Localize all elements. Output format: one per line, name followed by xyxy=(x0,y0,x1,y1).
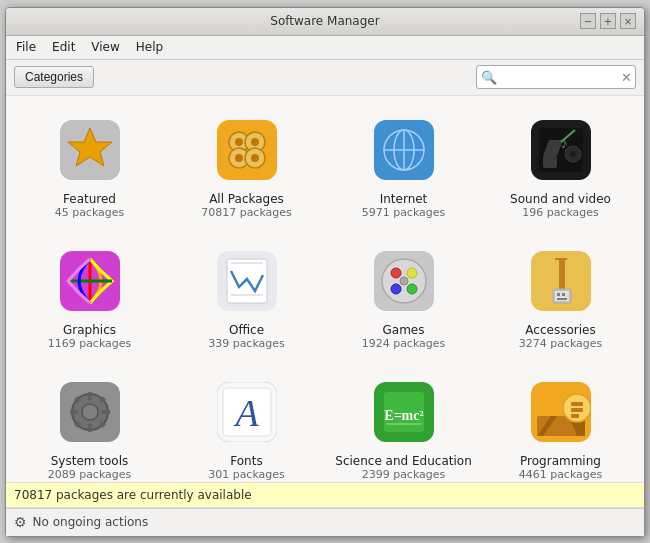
category-name-graphics: Graphics xyxy=(63,323,116,337)
search-icon: 🔍 xyxy=(481,70,497,85)
category-name-system-tools: System tools xyxy=(51,454,129,468)
category-icon-fonts: A xyxy=(211,376,283,448)
category-item-featured[interactable]: Featured45 packages xyxy=(16,106,163,227)
category-name-all-packages: All Packages xyxy=(209,192,284,206)
svg-point-7 xyxy=(235,138,243,146)
svg-point-36 xyxy=(400,277,408,285)
svg-rect-44 xyxy=(557,298,567,300)
category-icon-internet xyxy=(368,114,440,186)
minimize-button[interactable]: − xyxy=(580,13,596,29)
category-item-programming[interactable]: Programming4461 packages xyxy=(487,368,634,482)
svg-point-21 xyxy=(570,151,576,157)
svg-rect-41 xyxy=(557,293,560,296)
category-item-system-tools[interactable]: System tools2089 packages xyxy=(16,368,163,482)
svg-point-10 xyxy=(251,154,259,162)
content-area: Featured45 packages All Packages70817 pa… xyxy=(6,96,644,482)
category-count-system-tools: 2089 packages xyxy=(48,468,132,481)
menu-item-edit[interactable]: Edit xyxy=(46,38,81,56)
category-icon-science: E=mc² xyxy=(368,376,440,448)
category-item-games[interactable]: Games1924 packages xyxy=(330,237,477,358)
category-item-fonts[interactable]: A Fonts301 packages xyxy=(173,368,320,482)
svg-point-33 xyxy=(407,268,417,278)
category-name-office: Office xyxy=(229,323,264,337)
bottom-bar: ⚙ No ongoing actions xyxy=(6,508,644,536)
category-count-sound-video: 196 packages xyxy=(522,206,599,219)
category-item-graphics[interactable]: Graphics1169 packages xyxy=(16,237,163,358)
categories-button[interactable]: Categories xyxy=(14,66,94,88)
category-item-accessories[interactable]: Accessories3274 packages xyxy=(487,237,634,358)
categories-grid: Featured45 packages All Packages70817 pa… xyxy=(16,106,634,482)
svg-rect-70 xyxy=(571,408,583,412)
category-name-accessories: Accessories xyxy=(525,323,595,337)
svg-rect-49 xyxy=(88,392,92,400)
category-icon-games xyxy=(368,245,440,317)
svg-rect-51 xyxy=(70,410,78,414)
svg-point-34 xyxy=(391,284,401,294)
category-name-programming: Programming xyxy=(520,454,601,468)
category-item-science[interactable]: E=mc² Science and Education2399 packages xyxy=(330,368,477,482)
search-input[interactable] xyxy=(501,70,621,84)
search-box: 🔍 ✕ xyxy=(476,65,636,89)
category-count-accessories: 3274 packages xyxy=(519,337,603,350)
menubar: FileEditViewHelp xyxy=(6,36,644,60)
category-count-featured: 45 packages xyxy=(55,206,125,219)
category-count-internet: 5971 packages xyxy=(362,206,446,219)
svg-text:♪: ♪ xyxy=(561,136,568,151)
svg-point-32 xyxy=(391,268,401,278)
category-item-all-packages[interactable]: All Packages70817 packages xyxy=(173,106,320,227)
category-item-office[interactable]: Office339 packages xyxy=(173,237,320,358)
titlebar: Software Manager − + × xyxy=(6,8,644,36)
category-item-internet[interactable]: Internet5971 packages xyxy=(330,106,477,227)
category-icon-system-tools xyxy=(54,376,126,448)
svg-text:E=mc²: E=mc² xyxy=(384,408,423,423)
svg-point-48 xyxy=(82,404,98,420)
category-icon-featured xyxy=(54,114,126,186)
gear-icon: ⚙ xyxy=(14,514,27,530)
category-name-fonts: Fonts xyxy=(230,454,262,468)
category-count-office: 339 packages xyxy=(208,337,285,350)
svg-rect-38 xyxy=(559,259,565,293)
category-count-all-packages: 70817 packages xyxy=(201,206,292,219)
category-name-sound-video: Sound and video xyxy=(510,192,611,206)
maximize-button[interactable]: + xyxy=(600,13,616,29)
svg-rect-52 xyxy=(102,410,110,414)
category-name-internet: Internet xyxy=(380,192,428,206)
svg-point-35 xyxy=(407,284,417,294)
status-bar: 70817 packages are currently available xyxy=(6,482,644,508)
svg-rect-71 xyxy=(571,414,579,418)
svg-rect-2 xyxy=(217,120,277,180)
svg-rect-69 xyxy=(571,402,583,406)
status-message: 70817 packages are currently available xyxy=(14,488,252,502)
main-window: Software Manager − + × FileEditViewHelp … xyxy=(5,7,645,537)
category-count-science: 2399 packages xyxy=(362,468,446,481)
menu-item-help[interactable]: Help xyxy=(130,38,169,56)
svg-rect-50 xyxy=(88,424,92,432)
category-icon-sound-video: ♪ xyxy=(525,114,597,186)
svg-rect-18 xyxy=(543,156,557,168)
menu-item-file[interactable]: File xyxy=(10,38,42,56)
svg-text:A: A xyxy=(232,392,259,434)
category-icon-office xyxy=(211,245,283,317)
close-button[interactable]: × xyxy=(620,13,636,29)
search-clear-icon[interactable]: ✕ xyxy=(621,70,632,85)
category-count-programming: 4461 packages xyxy=(519,468,603,481)
window-title: Software Manager xyxy=(270,14,379,28)
svg-rect-42 xyxy=(562,293,565,296)
menu-item-view[interactable]: View xyxy=(85,38,125,56)
category-item-sound-video[interactable]: ♪ Sound and video196 packages xyxy=(487,106,634,227)
svg-point-8 xyxy=(251,138,259,146)
category-count-graphics: 1169 packages xyxy=(48,337,132,350)
category-count-fonts: 301 packages xyxy=(208,468,285,481)
category-name-science: Science and Education xyxy=(335,454,471,468)
toolbar: Categories 🔍 ✕ xyxy=(6,60,644,96)
window-controls: − + × xyxy=(580,13,636,29)
category-icon-accessories xyxy=(525,245,597,317)
category-name-games: Games xyxy=(383,323,425,337)
svg-point-9 xyxy=(235,154,243,162)
category-icon-programming xyxy=(525,376,597,448)
category-icon-graphics xyxy=(54,245,126,317)
category-icon-all-packages xyxy=(211,114,283,186)
category-name-featured: Featured xyxy=(63,192,116,206)
no-actions-label: No ongoing actions xyxy=(33,515,149,529)
category-count-games: 1924 packages xyxy=(362,337,446,350)
